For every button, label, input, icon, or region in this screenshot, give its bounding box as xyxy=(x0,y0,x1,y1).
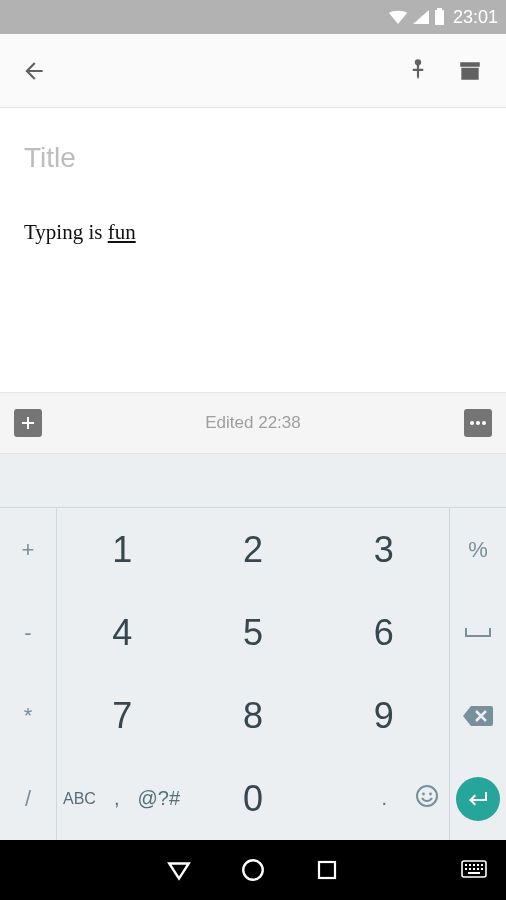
key-4[interactable]: 4 xyxy=(57,591,188,674)
svg-rect-18 xyxy=(468,872,480,874)
archive-button[interactable] xyxy=(444,47,496,95)
svg-rect-17 xyxy=(481,868,483,870)
svg-rect-12 xyxy=(481,864,483,866)
key-minus[interactable]: - xyxy=(0,591,56,674)
more-button[interactable] xyxy=(464,409,492,437)
svg-rect-6 xyxy=(319,862,335,878)
body-field[interactable]: Typing is fun xyxy=(24,220,482,245)
key-percent[interactable]: % xyxy=(450,508,506,591)
note-editor[interactable]: Title Typing is fun xyxy=(0,108,506,392)
note-footer: Edited 22:38 xyxy=(0,392,506,454)
body-text: Typing is xyxy=(24,220,108,244)
key-1[interactable]: 1 xyxy=(57,508,188,591)
key-2[interactable]: 2 xyxy=(188,508,319,591)
key-3[interactable]: 3 xyxy=(318,508,449,591)
key-space[interactable] xyxy=(450,591,506,674)
svg-rect-13 xyxy=(465,868,467,870)
svg-rect-16 xyxy=(477,868,479,870)
svg-rect-1 xyxy=(437,8,442,11)
app-bar xyxy=(0,34,506,108)
nav-back-button[interactable] xyxy=(155,846,203,894)
key-0[interactable]: 0 xyxy=(188,757,319,840)
suggestion-strip[interactable] xyxy=(0,454,506,508)
emoji-icon[interactable] xyxy=(415,784,439,813)
back-button[interactable] xyxy=(10,47,58,95)
svg-rect-11 xyxy=(477,864,479,866)
svg-rect-9 xyxy=(469,864,471,866)
key-backspace[interactable] xyxy=(450,674,506,757)
key-dot[interactable]: . xyxy=(381,787,387,810)
wifi-icon xyxy=(388,9,408,25)
add-button[interactable] xyxy=(14,409,42,437)
cell-signal-icon xyxy=(412,9,430,25)
key-comma[interactable]: , xyxy=(114,787,120,810)
key-plus[interactable]: + xyxy=(0,508,56,591)
nav-home-button[interactable] xyxy=(229,846,277,894)
svg-point-2 xyxy=(417,786,437,806)
status-bar: 23:01 xyxy=(0,0,506,34)
battery-icon xyxy=(434,8,445,26)
svg-point-3 xyxy=(422,793,425,796)
svg-rect-8 xyxy=(465,864,467,866)
android-nav-bar xyxy=(0,840,506,900)
nav-recent-button[interactable] xyxy=(303,846,351,894)
svg-rect-15 xyxy=(473,868,475,870)
svg-rect-10 xyxy=(473,864,475,866)
svg-rect-0 xyxy=(435,10,444,25)
body-text-underline: fun xyxy=(108,220,136,244)
status-time: 23:01 xyxy=(453,7,498,28)
key-7[interactable]: 7 xyxy=(57,674,188,757)
title-field[interactable]: Title xyxy=(24,142,482,174)
key-symbols[interactable]: @?# xyxy=(137,787,180,810)
key-mode-abc[interactable]: ABC xyxy=(63,790,96,808)
pin-button[interactable] xyxy=(392,47,444,95)
key-asterisk[interactable]: * xyxy=(0,674,56,757)
edited-label: Edited 22:38 xyxy=(42,413,464,433)
key-5[interactable]: 5 xyxy=(188,591,319,674)
svg-rect-14 xyxy=(469,868,471,870)
soft-keyboard: + 1 2 3 % - 4 5 6 * 7 8 9 / AB xyxy=(0,454,506,840)
key-enter[interactable] xyxy=(450,757,506,840)
key-6[interactable]: 6 xyxy=(318,591,449,674)
svg-point-4 xyxy=(429,793,432,796)
nav-keyboard-icon[interactable] xyxy=(454,846,494,894)
key-8[interactable]: 8 xyxy=(188,674,319,757)
svg-point-5 xyxy=(243,860,263,880)
key-9[interactable]: 9 xyxy=(318,674,449,757)
